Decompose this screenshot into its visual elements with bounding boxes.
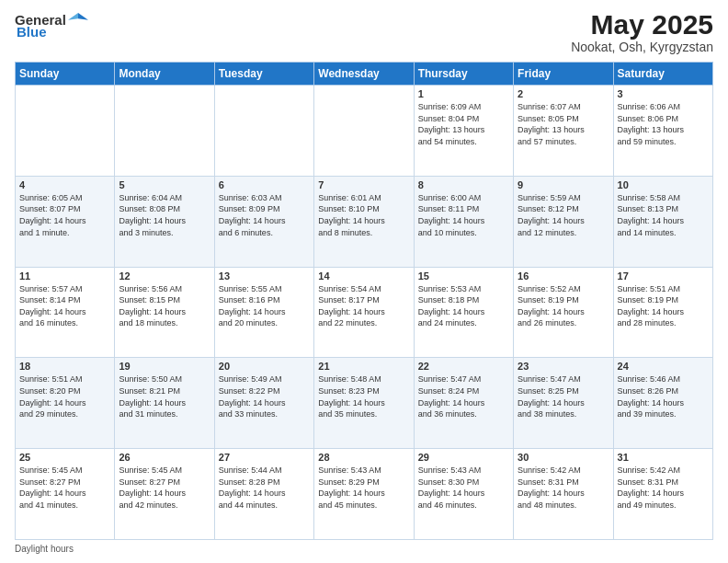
day-info: Sunrise: 5:59 AM Sunset: 8:12 PM Dayligh… (518, 192, 609, 238)
day-info: Sunrise: 5:52 AM Sunset: 8:19 PM Dayligh… (518, 283, 609, 329)
day-number: 25 (19, 452, 110, 463)
calendar-cell: 6Sunrise: 6:03 AM Sunset: 8:09 PM Daylig… (214, 176, 313, 267)
day-number: 15 (418, 270, 509, 282)
day-info: Sunrise: 5:45 AM Sunset: 8:27 PM Dayligh… (19, 465, 110, 511)
logo-bird-icon (68, 9, 88, 29)
day-info: Sunrise: 5:46 AM Sunset: 8:26 PM Dayligh… (618, 373, 709, 419)
svg-marker-0 (78, 13, 88, 20)
col-header-saturday: Saturday (613, 63, 712, 86)
title-block: May 2025 Nookat, Osh, Kyrgyzstan (571, 9, 713, 54)
calendar-cell: 20Sunrise: 5:49 AM Sunset: 8:22 PM Dayli… (214, 358, 313, 449)
calendar-cell: 15Sunrise: 5:53 AM Sunset: 8:18 PM Dayli… (414, 267, 513, 358)
calendar-cell: 19Sunrise: 5:50 AM Sunset: 8:21 PM Dayli… (115, 358, 214, 449)
logo: General Blue (15, 9, 88, 40)
day-info: Sunrise: 5:44 AM Sunset: 8:28 PM Dayligh… (219, 465, 310, 511)
day-number: 29 (418, 452, 509, 463)
calendar-header-row: SundayMondayTuesdayWednesdayThursdayFrid… (16, 63, 713, 86)
day-info: Sunrise: 6:05 AM Sunset: 8:07 PM Dayligh… (19, 192, 110, 238)
day-number: 4 (19, 179, 110, 190)
calendar-week-1: 1Sunrise: 6:09 AM Sunset: 8:04 PM Daylig… (16, 86, 713, 177)
day-info: Sunrise: 6:07 AM Sunset: 8:05 PM Dayligh… (518, 101, 609, 147)
day-number: 13 (219, 270, 310, 282)
logo-blue: Blue (17, 24, 47, 40)
day-number: 10 (618, 179, 709, 190)
day-number: 2 (518, 88, 609, 99)
calendar-cell: 8Sunrise: 6:00 AM Sunset: 8:11 PM Daylig… (414, 176, 513, 267)
day-info: Sunrise: 5:51 AM Sunset: 8:20 PM Dayligh… (19, 373, 110, 419)
calendar-cell (314, 86, 414, 177)
calendar-cell: 9Sunrise: 5:59 AM Sunset: 8:12 PM Daylig… (514, 176, 613, 267)
day-info: Sunrise: 6:06 AM Sunset: 8:06 PM Dayligh… (618, 101, 709, 147)
calendar-cell: 13Sunrise: 5:55 AM Sunset: 8:16 PM Dayli… (214, 267, 313, 358)
calendar-cell: 22Sunrise: 5:47 AM Sunset: 8:24 PM Dayli… (414, 358, 513, 449)
day-info: Sunrise: 5:56 AM Sunset: 8:15 PM Dayligh… (119, 283, 210, 329)
day-info: Sunrise: 5:43 AM Sunset: 8:30 PM Dayligh… (418, 465, 509, 511)
day-info: Sunrise: 5:45 AM Sunset: 8:27 PM Dayligh… (119, 465, 210, 511)
day-number: 27 (219, 452, 310, 463)
day-info: Sunrise: 5:47 AM Sunset: 8:25 PM Dayligh… (518, 373, 609, 419)
calendar-cell: 17Sunrise: 5:51 AM Sunset: 8:19 PM Dayli… (613, 267, 712, 358)
calendar-cell: 14Sunrise: 5:54 AM Sunset: 8:17 PM Dayli… (314, 267, 414, 358)
day-number: 28 (318, 452, 409, 463)
day-number: 20 (219, 361, 310, 372)
day-number: 19 (119, 361, 210, 372)
calendar-cell: 29Sunrise: 5:43 AM Sunset: 8:30 PM Dayli… (414, 449, 513, 540)
day-number: 30 (518, 452, 609, 463)
svg-marker-1 (68, 13, 78, 20)
day-number: 24 (618, 361, 709, 372)
page: General Blue May 2025 Nookat, Osh, Kyrgy… (0, 0, 728, 563)
day-info: Sunrise: 6:01 AM Sunset: 8:10 PM Dayligh… (318, 192, 409, 238)
col-header-tuesday: Tuesday (214, 63, 313, 86)
day-info: Sunrise: 5:49 AM Sunset: 8:22 PM Dayligh… (219, 373, 310, 419)
calendar-cell: 3Sunrise: 6:06 AM Sunset: 8:06 PM Daylig… (613, 86, 712, 177)
day-number: 12 (119, 270, 210, 282)
day-info: Sunrise: 5:53 AM Sunset: 8:18 PM Dayligh… (418, 283, 509, 329)
calendar-cell: 21Sunrise: 5:48 AM Sunset: 8:23 PM Dayli… (314, 358, 414, 449)
day-info: Sunrise: 5:43 AM Sunset: 8:29 PM Dayligh… (318, 465, 409, 511)
day-number: 5 (119, 179, 210, 190)
day-info: Sunrise: 5:54 AM Sunset: 8:17 PM Dayligh… (318, 283, 409, 329)
footer-note: Daylight hours (15, 544, 713, 554)
calendar-cell: 4Sunrise: 6:05 AM Sunset: 8:07 PM Daylig… (16, 176, 115, 267)
day-number: 8 (418, 179, 509, 190)
day-info: Sunrise: 5:42 AM Sunset: 8:31 PM Dayligh… (618, 465, 709, 511)
calendar-cell: 27Sunrise: 5:44 AM Sunset: 8:28 PM Dayli… (214, 449, 313, 540)
col-header-wednesday: Wednesday (314, 63, 414, 86)
calendar-week-5: 25Sunrise: 5:45 AM Sunset: 8:27 PM Dayli… (16, 449, 713, 540)
col-header-monday: Monday (115, 63, 214, 86)
day-number: 31 (618, 452, 709, 463)
footer-text: Daylight hours (15, 544, 74, 554)
day-number: 6 (219, 179, 310, 190)
day-info: Sunrise: 6:00 AM Sunset: 8:11 PM Dayligh… (418, 192, 509, 238)
calendar-cell: 30Sunrise: 5:42 AM Sunset: 8:31 PM Dayli… (514, 449, 613, 540)
calendar-cell: 23Sunrise: 5:47 AM Sunset: 8:25 PM Dayli… (514, 358, 613, 449)
day-info: Sunrise: 5:42 AM Sunset: 8:31 PM Dayligh… (518, 465, 609, 511)
header: General Blue May 2025 Nookat, Osh, Kyrgy… (15, 9, 713, 54)
calendar-week-4: 18Sunrise: 5:51 AM Sunset: 8:20 PM Dayli… (16, 358, 713, 449)
calendar-cell: 18Sunrise: 5:51 AM Sunset: 8:20 PM Dayli… (16, 358, 115, 449)
calendar-cell (16, 86, 115, 177)
calendar-week-3: 11Sunrise: 5:57 AM Sunset: 8:14 PM Dayli… (16, 267, 713, 358)
calendar-cell (115, 86, 214, 177)
calendar-cell: 24Sunrise: 5:46 AM Sunset: 8:26 PM Dayli… (613, 358, 712, 449)
day-info: Sunrise: 5:55 AM Sunset: 8:16 PM Dayligh… (219, 283, 310, 329)
day-number: 11 (19, 270, 110, 282)
calendar-cell (214, 86, 313, 177)
day-number: 22 (418, 361, 509, 372)
calendar-cell: 1Sunrise: 6:09 AM Sunset: 8:04 PM Daylig… (414, 86, 513, 177)
day-info: Sunrise: 5:47 AM Sunset: 8:24 PM Dayligh… (418, 373, 509, 419)
day-number: 16 (518, 270, 609, 282)
day-info: Sunrise: 5:58 AM Sunset: 8:13 PM Dayligh… (618, 192, 709, 238)
day-number: 23 (518, 361, 609, 372)
col-header-thursday: Thursday (414, 63, 513, 86)
day-number: 14 (318, 270, 409, 282)
calendar-cell: 26Sunrise: 5:45 AM Sunset: 8:27 PM Dayli… (115, 449, 214, 540)
day-info: Sunrise: 5:50 AM Sunset: 8:21 PM Dayligh… (119, 373, 210, 419)
day-info: Sunrise: 5:51 AM Sunset: 8:19 PM Dayligh… (618, 283, 709, 329)
day-info: Sunrise: 5:57 AM Sunset: 8:14 PM Dayligh… (19, 283, 110, 329)
day-number: 7 (318, 179, 409, 190)
day-number: 21 (318, 361, 409, 372)
day-info: Sunrise: 5:48 AM Sunset: 8:23 PM Dayligh… (318, 373, 409, 419)
day-number: 9 (518, 179, 609, 190)
day-number: 17 (618, 270, 709, 282)
